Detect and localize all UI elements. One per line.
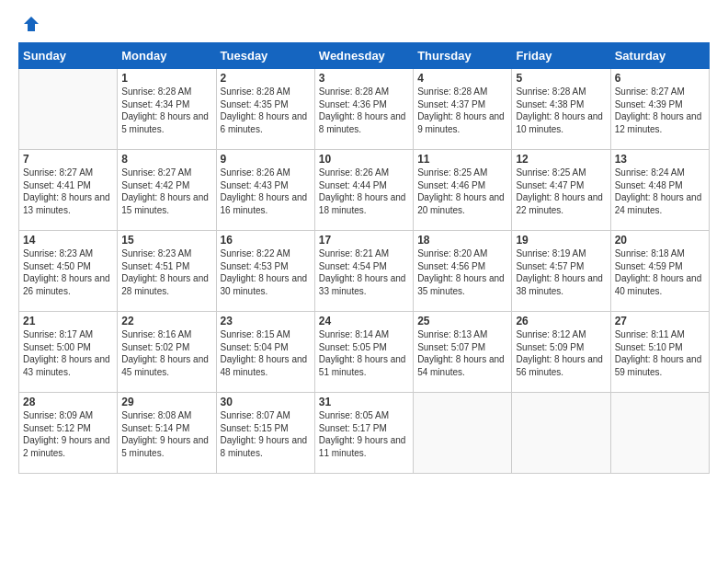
day-number: 3: [319, 72, 409, 85]
table-row: 1Sunrise: 8:28 AM Sunset: 4:34 PM Daylig…: [118, 69, 216, 150]
calendar-week-row: 21Sunrise: 8:17 AM Sunset: 5:00 PM Dayli…: [19, 312, 710, 393]
table-row: 18Sunrise: 8:20 AM Sunset: 4:56 PM Dayli…: [414, 231, 512, 312]
table-row: 5Sunrise: 8:28 AM Sunset: 4:38 PM Daylig…: [512, 69, 610, 150]
day-number: 9: [221, 153, 311, 166]
day-number: 5: [516, 72, 606, 85]
table-row: 10Sunrise: 8:26 AM Sunset: 4:44 PM Dayli…: [314, 150, 413, 231]
day-number: 8: [121, 153, 211, 166]
day-info: Sunrise: 8:26 AM Sunset: 4:43 PM Dayligh…: [221, 167, 311, 216]
day-number: 30: [221, 396, 311, 408]
table-row: 3Sunrise: 8:28 AM Sunset: 4:36 PM Daylig…: [314, 69, 413, 150]
calendar-week-row: 28Sunrise: 8:09 AM Sunset: 5:12 PM Dayli…: [19, 393, 710, 474]
table-row: 14Sunrise: 8:23 AM Sunset: 4:50 PM Dayli…: [19, 231, 118, 312]
day-number: 15: [121, 234, 211, 247]
day-info: Sunrise: 8:05 AM Sunset: 5:17 PM Dayligh…: [319, 409, 409, 459]
day-number: 7: [23, 153, 113, 166]
table-row: 4Sunrise: 8:28 AM Sunset: 4:37 PM Daylig…: [414, 69, 512, 150]
day-number: 1: [121, 72, 211, 85]
calendar-week-row: 7Sunrise: 8:27 AM Sunset: 4:41 PM Daylig…: [19, 150, 710, 231]
day-info: Sunrise: 8:27 AM Sunset: 4:41 PM Dayligh…: [23, 167, 113, 216]
page: Sunday Monday Tuesday Wednesday Thursday…: [0, 0, 728, 563]
day-info: Sunrise: 8:18 AM Sunset: 4:59 PM Dayligh…: [615, 247, 705, 297]
day-info: Sunrise: 8:22 AM Sunset: 4:53 PM Dayligh…: [221, 247, 311, 297]
table-row: 9Sunrise: 8:26 AM Sunset: 4:43 PM Daylig…: [216, 150, 314, 231]
day-info: Sunrise: 8:28 AM Sunset: 4:37 PM Dayligh…: [417, 86, 507, 135]
col-thursday: Thursday: [414, 43, 512, 69]
table-row: 16Sunrise: 8:22 AM Sunset: 4:53 PM Dayli…: [216, 231, 314, 312]
day-number: 28: [23, 396, 113, 408]
day-number: 19: [516, 234, 606, 247]
col-wednesday: Wednesday: [314, 43, 413, 69]
col-saturday: Saturday: [610, 43, 709, 69]
day-number: 6: [615, 72, 705, 85]
day-info: Sunrise: 8:16 AM Sunset: 5:02 PM Dayligh…: [121, 328, 211, 378]
calendar-table: Sunday Monday Tuesday Wednesday Thursday…: [18, 42, 710, 474]
day-info: Sunrise: 8:19 AM Sunset: 4:57 PM Dayligh…: [516, 247, 606, 297]
table-row: 29Sunrise: 8:08 AM Sunset: 5:14 PM Dayli…: [118, 393, 216, 474]
table-row: [512, 393, 610, 474]
table-row: 26Sunrise: 8:12 AM Sunset: 5:09 PM Dayli…: [512, 312, 610, 393]
day-number: 21: [23, 315, 113, 327]
table-row: 12Sunrise: 8:25 AM Sunset: 4:47 PM Dayli…: [512, 150, 610, 231]
table-row: 28Sunrise: 8:09 AM Sunset: 5:12 PM Dayli…: [19, 393, 118, 474]
day-info: Sunrise: 8:25 AM Sunset: 4:46 PM Dayligh…: [417, 167, 507, 216]
table-row: 27Sunrise: 8:11 AM Sunset: 5:10 PM Dayli…: [610, 312, 709, 393]
table-row: 7Sunrise: 8:27 AM Sunset: 4:41 PM Daylig…: [19, 150, 118, 231]
day-number: 26: [516, 315, 606, 327]
table-row: 11Sunrise: 8:25 AM Sunset: 4:46 PM Dayli…: [414, 150, 512, 231]
day-info: Sunrise: 8:21 AM Sunset: 4:54 PM Dayligh…: [319, 247, 409, 297]
day-info: Sunrise: 8:23 AM Sunset: 4:51 PM Dayligh…: [121, 247, 211, 297]
table-row: 25Sunrise: 8:13 AM Sunset: 5:07 PM Dayli…: [414, 312, 512, 393]
table-row: [414, 393, 512, 474]
table-row: [19, 69, 118, 150]
day-info: Sunrise: 8:17 AM Sunset: 5:00 PM Dayligh…: [23, 328, 113, 378]
day-number: 25: [417, 315, 507, 327]
col-monday: Monday: [118, 43, 216, 69]
table-row: 8Sunrise: 8:27 AM Sunset: 4:42 PM Daylig…: [118, 150, 216, 231]
day-info: Sunrise: 8:07 AM Sunset: 5:15 PM Dayligh…: [221, 409, 311, 459]
day-info: Sunrise: 8:23 AM Sunset: 4:50 PM Dayligh…: [23, 247, 113, 297]
day-info: Sunrise: 8:28 AM Sunset: 4:35 PM Dayligh…: [221, 86, 311, 135]
table-row: 20Sunrise: 8:18 AM Sunset: 4:59 PM Dayli…: [610, 231, 709, 312]
col-sunday: Sunday: [19, 43, 118, 69]
table-row: 6Sunrise: 8:27 AM Sunset: 4:39 PM Daylig…: [610, 69, 709, 150]
day-info: Sunrise: 8:09 AM Sunset: 5:12 PM Dayligh…: [23, 409, 113, 459]
day-number: 16: [221, 234, 311, 247]
day-info: Sunrise: 8:26 AM Sunset: 4:44 PM Dayligh…: [319, 167, 409, 216]
svg-marker-0: [24, 17, 39, 31]
day-number: 23: [221, 315, 311, 327]
day-info: Sunrise: 8:13 AM Sunset: 5:07 PM Dayligh…: [417, 328, 507, 378]
day-info: Sunrise: 8:27 AM Sunset: 4:42 PM Dayligh…: [121, 167, 211, 216]
table-row: 23Sunrise: 8:15 AM Sunset: 5:04 PM Dayli…: [216, 312, 314, 393]
day-number: 10: [319, 153, 409, 166]
day-number: 18: [417, 234, 507, 247]
day-info: Sunrise: 8:08 AM Sunset: 5:14 PM Dayligh…: [121, 409, 211, 459]
day-info: Sunrise: 8:14 AM Sunset: 5:05 PM Dayligh…: [319, 328, 409, 378]
day-info: Sunrise: 8:12 AM Sunset: 5:09 PM Dayligh…: [516, 328, 606, 378]
day-number: 31: [319, 396, 409, 408]
day-number: 13: [615, 153, 705, 166]
calendar-week-row: 1Sunrise: 8:28 AM Sunset: 4:34 PM Daylig…: [19, 69, 710, 150]
day-info: Sunrise: 8:28 AM Sunset: 4:38 PM Dayligh…: [516, 86, 606, 135]
day-info: Sunrise: 8:20 AM Sunset: 4:56 PM Dayligh…: [417, 247, 507, 297]
day-number: 24: [319, 315, 409, 327]
day-info: Sunrise: 8:11 AM Sunset: 5:10 PM Dayligh…: [615, 328, 705, 378]
calendar-week-row: 14Sunrise: 8:23 AM Sunset: 4:50 PM Dayli…: [19, 231, 710, 312]
day-number: 27: [615, 315, 705, 327]
day-info: Sunrise: 8:28 AM Sunset: 4:34 PM Dayligh…: [121, 86, 211, 135]
table-row: 30Sunrise: 8:07 AM Sunset: 5:15 PM Dayli…: [216, 393, 314, 474]
table-row: 2Sunrise: 8:28 AM Sunset: 4:35 PM Daylig…: [216, 69, 314, 150]
logo-icon: [22, 15, 40, 33]
day-number: 4: [417, 72, 507, 85]
header: [18, 15, 710, 33]
table-row: 15Sunrise: 8:23 AM Sunset: 4:51 PM Dayli…: [118, 231, 216, 312]
day-number: 12: [516, 153, 606, 166]
table-row: 31Sunrise: 8:05 AM Sunset: 5:17 PM Dayli…: [314, 393, 413, 474]
day-number: 11: [417, 153, 507, 166]
day-number: 22: [121, 315, 211, 327]
table-row: 22Sunrise: 8:16 AM Sunset: 5:02 PM Dayli…: [118, 312, 216, 393]
table-row: [610, 393, 709, 474]
col-friday: Friday: [512, 43, 610, 69]
day-number: 14: [23, 234, 113, 247]
table-row: 17Sunrise: 8:21 AM Sunset: 4:54 PM Dayli…: [314, 231, 413, 312]
